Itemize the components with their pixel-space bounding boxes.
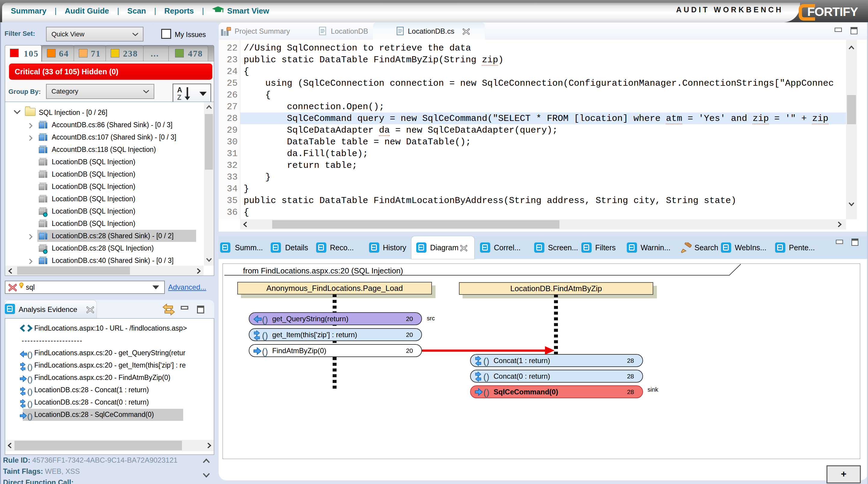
svg-text:(): () <box>262 315 268 325</box>
svg-text:(): () <box>27 362 33 371</box>
svg-text:(): () <box>27 375 33 384</box>
svg-text:Z: Z <box>177 94 181 101</box>
svg-text:(): () <box>27 350 33 359</box>
svg-text:(): () <box>27 412 33 421</box>
svg-text:(): () <box>27 399 33 408</box>
svg-text:(): () <box>27 387 33 396</box>
svg-text:(): () <box>483 372 489 382</box>
svg-text:(): () <box>483 356 489 366</box>
svg-text:(): () <box>262 346 268 357</box>
svg-text:(): () <box>483 388 489 397</box>
svg-text:A: A <box>177 86 182 94</box>
svg-text:(): () <box>262 331 268 340</box>
